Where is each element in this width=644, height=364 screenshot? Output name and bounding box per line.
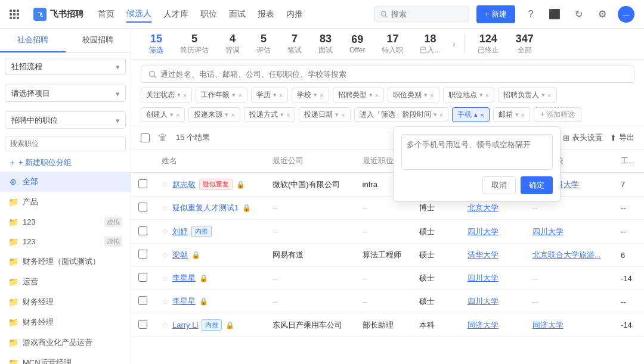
filter-tag-attention[interactable]: 关注状态 ▾ × <box>141 88 192 102</box>
undergrad-link[interactable]: 北京联合大学旅游... <box>532 250 601 259</box>
filter-tag-edu[interactable]: 学历 ▾ × <box>251 88 288 102</box>
grid-icon[interactable] <box>10 10 19 19</box>
new-button[interactable]: + 新建 <box>476 5 515 23</box>
row-checkbox[interactable] <box>138 226 147 235</box>
sidebar-item-123a[interactable]: 📁 123 虚拟 <box>0 212 131 232</box>
filter-tag-job-cat[interactable]: 职位类别 ▾ × <box>388 88 439 102</box>
nav-item-candidates[interactable]: 候选人 <box>126 6 151 23</box>
sidebar-item-operation[interactable]: 📁 运营 <box>0 272 131 292</box>
filter-tag-phone[interactable]: 手机 ▴ × <box>452 107 489 122</box>
stage-tab-written[interactable]: 7 笔试 <box>279 33 310 55</box>
row-checkbox[interactable] <box>138 203 147 211</box>
grad-school-link[interactable]: 四川大学 <box>467 297 499 306</box>
sidebar-item-123b[interactable]: 📁 123 虚拟 <box>0 232 131 251</box>
sidebar-item-product[interactable]: 📁 产品 <box>0 192 131 212</box>
sidebar-item-finance-manager[interactable]: 📁 财务经理（面试测试） <box>0 251 131 272</box>
row-checkbox[interactable] <box>138 273 147 282</box>
filter-tag-recruit-type[interactable]: 招聘类型 ▾ × <box>333 88 384 102</box>
nav-item-referral[interactable]: 内推 <box>286 7 303 22</box>
sidebar-item-finance-a[interactable]: 📁 财务经理 <box>0 292 131 312</box>
settings-icon[interactable]: ⚙ <box>594 6 611 23</box>
stage-tab-joined[interactable]: 18 已入... <box>411 33 448 55</box>
stage-tab-pending[interactable]: 17 待入职 <box>373 33 411 55</box>
filter-tag-delivery-method[interactable]: 投递方式 ▾ × <box>244 107 295 122</box>
nav-search-input[interactable] <box>391 10 463 18</box>
row-checkbox[interactable] <box>138 320 147 329</box>
project-select[interactable]: 请选择项目 <box>5 85 126 102</box>
candidate-name[interactable]: 梁朝 <box>172 250 188 260</box>
row-checkbox[interactable] <box>138 250 147 259</box>
grad-school-link[interactable]: 四川大学 <box>467 273 499 282</box>
grad-school-link[interactable]: 北京大学 <box>467 203 499 212</box>
sidebar-item-finance-b[interactable]: 📁 财务经理 <box>0 312 131 332</box>
stage-tab-bg[interactable]: 4 背调 <box>217 33 248 55</box>
nav-item-interview[interactable]: 面试 <box>229 7 246 22</box>
sidebar-item-game[interactable]: 📁 游戏商业化产品运营 <box>0 332 131 353</box>
refresh-icon[interactable]: ↻ <box>570 6 587 23</box>
stage-tab-interview[interactable]: 83 面试 <box>310 33 341 55</box>
candidate-name[interactable]: 疑似重复人才测试1 <box>172 203 239 213</box>
add-filter-button[interactable]: + 添加筛选 <box>534 107 581 122</box>
undergrad-link[interactable]: 四川大学 <box>532 227 564 236</box>
sidebar-item-mcn[interactable]: 📁 MCN运营经理 <box>0 353 131 364</box>
export-button[interactable]: ⬆ 导出 <box>610 132 634 143</box>
nav-item-talent[interactable]: 人才库 <box>163 7 188 22</box>
select-all-checkbox[interactable] <box>141 133 150 142</box>
nav-item-positions[interactable]: 职位 <box>200 7 217 22</box>
cancel-button[interactable]: 取消 <box>482 176 516 194</box>
phone-input[interactable] <box>401 134 553 170</box>
nav-search-box[interactable] <box>374 7 469 21</box>
filter-search-input[interactable] <box>160 70 627 79</box>
help-icon[interactable]: ? <box>522 6 539 23</box>
filter-tag-stage-time[interactable]: 进入「筛选」阶段时间 ▾ × <box>354 107 448 122</box>
stage-tab-all[interactable]: 347 全部 <box>507 33 542 55</box>
tab-campus[interactable]: 校园招聘 <box>66 29 131 52</box>
filter-tag-work-years[interactable]: 工作年限 ▾ × <box>196 88 247 102</box>
grad-school-link[interactable]: 清华大学 <box>467 250 499 259</box>
filter-tag-delivery-date[interactable]: 投递日期 ▾ × <box>299 107 350 122</box>
filter-tag-location[interactable]: 职位地点 ▾ × <box>443 88 494 102</box>
star-icon[interactable]: ☆ <box>162 321 169 329</box>
stage-tab-resume[interactable]: 5 简历评估 <box>172 33 217 55</box>
filter-tag-source[interactable]: 投递来源 ▾ × <box>188 107 240 122</box>
stage-tab-screen[interactable]: 15 筛选 <box>141 33 172 55</box>
filter-tag-email[interactable]: 邮箱 ▾ × <box>493 107 530 122</box>
stage-tab-eval[interactable]: 5 评估 <box>248 33 279 55</box>
star-icon[interactable]: ☆ <box>162 227 169 236</box>
candidate-name[interactable]: 赵志敬 <box>172 179 196 190</box>
stage-tab-terminated[interactable]: 124 已终止 <box>469 33 507 55</box>
new-group-button[interactable]: ＋ + 新建职位分组 <box>0 154 131 172</box>
row-checkbox[interactable] <box>138 179 147 188</box>
stage-arrow-right[interactable]: › <box>448 39 459 49</box>
position-select[interactable]: 招聘中的职位 <box>5 111 126 129</box>
filter-search-box[interactable] <box>141 66 634 83</box>
nav-item-home[interactable]: 首页 <box>98 7 114 22</box>
candidate-name[interactable]: 李星星 <box>172 296 196 307</box>
grad-school-link[interactable]: 四川大学 <box>467 227 499 236</box>
stage-tab-offer[interactable]: 69 Offer <box>341 33 373 54</box>
grad-school-link[interactable]: 同济大学 <box>467 321 499 329</box>
header-settings-button[interactable]: ⊞ 表头设置 <box>563 132 603 143</box>
search-position-input[interactable] <box>5 136 126 151</box>
undergrad-link[interactable]: 同济大学 <box>532 321 564 329</box>
star-icon[interactable]: ☆ <box>162 251 169 260</box>
filter-tag-creator[interactable]: 创建人 ▾ × <box>141 107 185 122</box>
candidate-name[interactable]: 刘妤 <box>172 226 188 237</box>
filter-tag-recruiter[interactable]: 招聘负责人 ▾ × <box>498 88 556 102</box>
export-icon[interactable]: ⬛ <box>546 6 563 23</box>
tab-social[interactable]: 社会招聘 <box>0 29 66 52</box>
sidebar-item-all[interactable]: ⊕ 全部 <box>0 172 131 192</box>
confirm-button[interactable]: 确定 <box>521 176 553 194</box>
nav-item-reports[interactable]: 报表 <box>258 7 274 22</box>
candidate-name[interactable]: 李星星 <box>172 273 196 284</box>
delete-button[interactable]: 🗑 <box>154 131 171 144</box>
star-icon[interactable]: ☆ <box>162 274 169 283</box>
row-checkbox[interactable] <box>138 296 147 305</box>
filter-tag-school[interactable]: 学校 ▾ × <box>292 88 329 102</box>
flow-select[interactable]: 社招流程 <box>5 58 126 75</box>
candidate-name[interactable]: Larry Li <box>172 321 198 329</box>
star-icon[interactable]: ☆ <box>162 180 169 189</box>
star-icon[interactable]: ☆ <box>162 297 169 306</box>
avatar[interactable]: — <box>618 6 634 23</box>
star-icon[interactable]: ☆ <box>162 204 169 213</box>
